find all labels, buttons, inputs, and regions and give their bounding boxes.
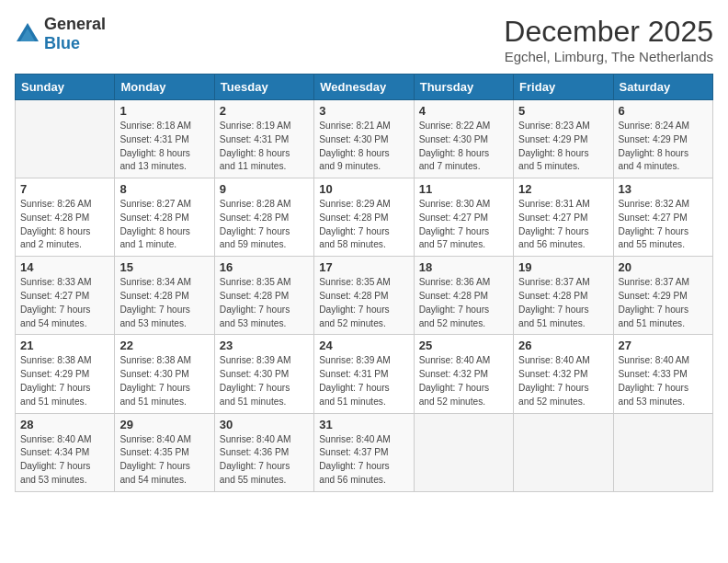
day-number: 30 [220, 418, 309, 431]
day-number: 9 [220, 182, 309, 196]
day-info: Sunrise: 8:18 AM Sunset: 4:31 PM Dayligh… [119, 120, 209, 174]
calendar-week-row: 28Sunrise: 8:40 AM Sunset: 4:34 PM Dayli… [16, 413, 713, 491]
day-info: Sunrise: 8:40 AM Sunset: 4:37 PM Dayligh… [319, 433, 408, 488]
calendar-cell: 11Sunrise: 8:30 AM Sunset: 4:27 PM Dayli… [414, 178, 513, 257]
weekday-header: Monday [115, 75, 214, 100]
day-number: 4 [419, 104, 508, 118]
day-number: 12 [518, 182, 608, 196]
calendar-cell [414, 413, 513, 491]
day-info: Sunrise: 8:39 AM Sunset: 4:31 PM Dayligh… [319, 354, 408, 408]
day-info: Sunrise: 8:19 AM Sunset: 4:31 PM Dayligh… [220, 120, 309, 174]
day-info: Sunrise: 8:40 AM Sunset: 4:32 PM Dayligh… [518, 354, 608, 408]
day-number: 24 [319, 339, 408, 352]
calendar-week-row: 7Sunrise: 8:26 AM Sunset: 4:28 PM Daylig… [16, 178, 713, 257]
day-number: 19 [518, 260, 608, 274]
day-number: 17 [319, 260, 408, 274]
calendar-cell: 24Sunrise: 8:39 AM Sunset: 4:31 PM Dayli… [314, 335, 414, 413]
calendar-cell: 9Sunrise: 8:28 AM Sunset: 4:28 PM Daylig… [214, 178, 313, 257]
calendar-cell: 26Sunrise: 8:40 AM Sunset: 4:32 PM Dayli… [514, 335, 613, 413]
calendar-cell: 2Sunrise: 8:19 AM Sunset: 4:31 PM Daylig… [214, 100, 313, 178]
calendar-cell: 31Sunrise: 8:40 AM Sunset: 4:37 PM Dayli… [314, 413, 414, 491]
day-info: Sunrise: 8:27 AM Sunset: 4:28 PM Dayligh… [119, 198, 209, 252]
calendar-cell: 5Sunrise: 8:23 AM Sunset: 4:29 PM Daylig… [514, 100, 613, 178]
calendar-cell: 28Sunrise: 8:40 AM Sunset: 4:34 PM Dayli… [16, 413, 115, 491]
logo: General Blue [15, 15, 106, 53]
calendar-cell: 30Sunrise: 8:40 AM Sunset: 4:36 PM Dayli… [214, 413, 313, 491]
calendar-week-row: 21Sunrise: 8:38 AM Sunset: 4:29 PM Dayli… [16, 335, 713, 413]
day-number: 26 [518, 339, 608, 352]
day-info: Sunrise: 8:22 AM Sunset: 4:30 PM Dayligh… [419, 120, 508, 174]
calendar-cell: 29Sunrise: 8:40 AM Sunset: 4:35 PM Dayli… [115, 413, 214, 491]
day-info: Sunrise: 8:29 AM Sunset: 4:28 PM Dayligh… [319, 198, 408, 252]
day-number: 7 [20, 182, 109, 196]
day-info: Sunrise: 8:37 AM Sunset: 4:29 PM Dayligh… [619, 276, 708, 330]
day-info: Sunrise: 8:35 AM Sunset: 4:28 PM Dayligh… [319, 276, 408, 330]
day-number: 13 [619, 182, 708, 196]
day-number: 16 [220, 260, 309, 274]
day-number: 18 [419, 260, 508, 274]
day-info: Sunrise: 8:36 AM Sunset: 4:28 PM Dayligh… [419, 276, 508, 330]
logo-blue: Blue [44, 34, 80, 52]
calendar-cell [16, 100, 115, 178]
day-number: 14 [20, 260, 109, 274]
day-number: 22 [119, 339, 209, 352]
calendar-cell [613, 413, 712, 491]
logo-general: General [44, 15, 106, 33]
calendar-cell: 15Sunrise: 8:34 AM Sunset: 4:28 PM Dayli… [115, 257, 214, 335]
calendar-cell: 16Sunrise: 8:35 AM Sunset: 4:28 PM Dayli… [214, 257, 313, 335]
calendar-cell: 13Sunrise: 8:32 AM Sunset: 4:27 PM Dayli… [613, 178, 712, 257]
calendar-cell: 12Sunrise: 8:31 AM Sunset: 4:27 PM Dayli… [514, 178, 613, 257]
day-info: Sunrise: 8:31 AM Sunset: 4:27 PM Dayligh… [518, 198, 608, 252]
day-info: Sunrise: 8:32 AM Sunset: 4:27 PM Dayligh… [619, 198, 708, 252]
location-subtitle: Egchel, Limburg, The Netherlands [504, 49, 713, 64]
day-number: 1 [119, 104, 209, 118]
day-info: Sunrise: 8:35 AM Sunset: 4:28 PM Dayligh… [220, 276, 309, 330]
calendar-cell: 27Sunrise: 8:40 AM Sunset: 4:33 PM Dayli… [613, 335, 712, 413]
page-header: General Blue December 2025 Egchel, Limbu… [15, 15, 713, 64]
day-number: 11 [419, 182, 508, 196]
month-title: December 2025 [504, 15, 713, 49]
calendar-cell: 7Sunrise: 8:26 AM Sunset: 4:28 PM Daylig… [16, 178, 115, 257]
calendar-week-row: 1Sunrise: 8:18 AM Sunset: 4:31 PM Daylig… [16, 100, 713, 178]
day-info: Sunrise: 8:40 AM Sunset: 4:33 PM Dayligh… [619, 354, 708, 408]
day-number: 5 [518, 104, 608, 118]
calendar-cell: 10Sunrise: 8:29 AM Sunset: 4:28 PM Dayli… [314, 178, 414, 257]
day-number: 25 [419, 339, 508, 352]
day-info: Sunrise: 8:24 AM Sunset: 4:29 PM Dayligh… [619, 120, 708, 174]
day-info: Sunrise: 8:38 AM Sunset: 4:29 PM Dayligh… [20, 354, 109, 408]
day-info: Sunrise: 8:28 AM Sunset: 4:28 PM Dayligh… [220, 198, 309, 252]
day-number: 31 [319, 418, 408, 431]
calendar-week-row: 14Sunrise: 8:33 AM Sunset: 4:27 PM Dayli… [16, 257, 713, 335]
day-info: Sunrise: 8:34 AM Sunset: 4:28 PM Dayligh… [119, 276, 209, 330]
day-info: Sunrise: 8:23 AM Sunset: 4:29 PM Dayligh… [518, 120, 608, 174]
day-number: 27 [619, 339, 708, 352]
calendar-cell: 22Sunrise: 8:38 AM Sunset: 4:30 PM Dayli… [115, 335, 214, 413]
day-info: Sunrise: 8:26 AM Sunset: 4:28 PM Dayligh… [20, 198, 109, 252]
calendar-cell: 18Sunrise: 8:36 AM Sunset: 4:28 PM Dayli… [414, 257, 513, 335]
day-number: 6 [619, 104, 708, 118]
calendar-cell: 17Sunrise: 8:35 AM Sunset: 4:28 PM Dayli… [314, 257, 414, 335]
day-info: Sunrise: 8:21 AM Sunset: 4:30 PM Dayligh… [319, 120, 408, 174]
weekday-header: Thursday [414, 75, 513, 100]
logo-icon [15, 21, 40, 47]
day-number: 21 [20, 339, 109, 352]
calendar-cell [514, 413, 613, 491]
day-info: Sunrise: 8:33 AM Sunset: 4:27 PM Dayligh… [20, 276, 109, 330]
day-info: Sunrise: 8:40 AM Sunset: 4:32 PM Dayligh… [419, 354, 508, 408]
calendar-table: SundayMondayTuesdayWednesdayThursdayFrid… [15, 74, 713, 492]
day-number: 8 [119, 182, 209, 196]
calendar-cell: 3Sunrise: 8:21 AM Sunset: 4:30 PM Daylig… [314, 100, 414, 178]
calendar-cell: 23Sunrise: 8:39 AM Sunset: 4:30 PM Dayli… [214, 335, 313, 413]
calendar-cell: 4Sunrise: 8:22 AM Sunset: 4:30 PM Daylig… [414, 100, 513, 178]
weekday-header: Wednesday [314, 75, 414, 100]
day-info: Sunrise: 8:40 AM Sunset: 4:36 PM Dayligh… [220, 433, 309, 488]
calendar-cell: 20Sunrise: 8:37 AM Sunset: 4:29 PM Dayli… [613, 257, 712, 335]
day-info: Sunrise: 8:40 AM Sunset: 4:34 PM Dayligh… [20, 433, 109, 488]
calendar-cell: 21Sunrise: 8:38 AM Sunset: 4:29 PM Dayli… [16, 335, 115, 413]
calendar-cell: 25Sunrise: 8:40 AM Sunset: 4:32 PM Dayli… [414, 335, 513, 413]
title-block: December 2025 Egchel, Limburg, The Nethe… [504, 15, 713, 64]
day-number: 10 [319, 182, 408, 196]
calendar-cell: 1Sunrise: 8:18 AM Sunset: 4:31 PM Daylig… [115, 100, 214, 178]
day-info: Sunrise: 8:37 AM Sunset: 4:28 PM Dayligh… [518, 276, 608, 330]
weekday-header: Friday [514, 75, 613, 100]
